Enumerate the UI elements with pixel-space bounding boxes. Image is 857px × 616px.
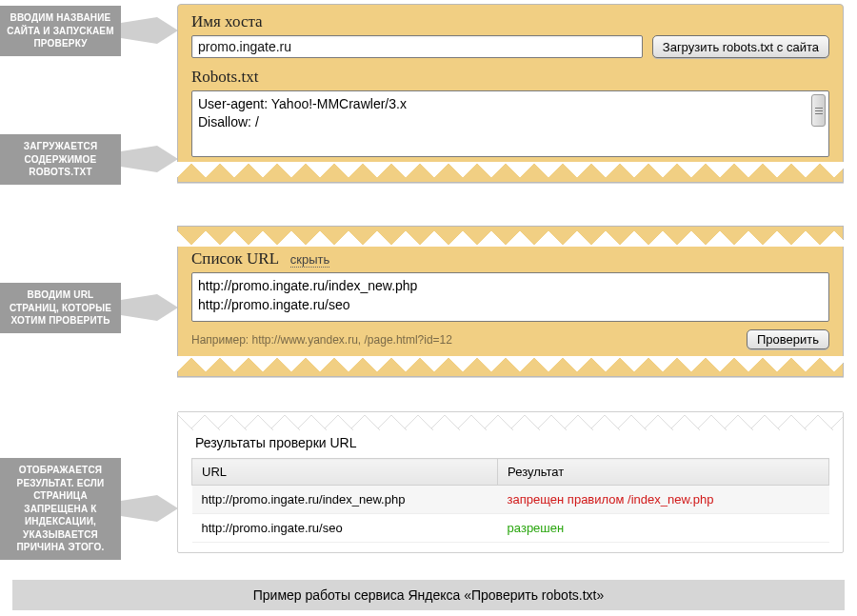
callout-host: ВВОДИМ НАЗВАНИЕ САЙТА И ЗАПУСКАЕМ ПРОВЕР…: [0, 6, 121, 56]
pointer-icon: [121, 495, 178, 522]
url-list-label: Список URL скрыть: [191, 249, 829, 268]
result-status: запрещен правилом /index_new.php: [498, 486, 829, 514]
pointer-icon: [121, 294, 178, 321]
result-url: http://promo.ingate.ru/index_new.php: [192, 486, 498, 514]
pointer-icon: [121, 17, 178, 44]
table-row: http://promo.ingate.ru/index_new.php зап…: [192, 486, 829, 514]
result-url: http://promo.ingate.ru/seo: [192, 514, 498, 543]
torn-edge: [178, 355, 843, 376]
host-label: Имя хоста: [191, 12, 829, 31]
svg-marker-0: [121, 17, 178, 44]
svg-marker-1: [121, 146, 178, 172]
callout-robots: ЗАГРУЖАЕТСЯ СОДЕРЖИМОЕ ROBOTS.TXT: [0, 134, 121, 185]
panel-url-list: Список URL скрыть http://promo.ingate.ru…: [177, 226, 844, 377]
figure-caption: Пример работы сервиса Яндекса «Проверить…: [12, 580, 845, 610]
callout-urls: ВВОДИМ URL СТРАНИЦ, КОТОРЫЕ ХОТИМ ПРОВЕР…: [0, 283, 121, 333]
results-col-url: URL: [192, 459, 498, 486]
table-row: http://promo.ingate.ru/seo разрешен: [192, 514, 829, 543]
robots-textarea[interactable]: User-agent: Yahoo!-MMCrawler/3.x Disallo…: [191, 90, 829, 157]
pointer-icon: [121, 146, 178, 172]
callout-results: ОТОБРАЖАЕТСЯ РЕЗУЛЬТАТ. ЕСЛИ СТРАНИЦА ЗА…: [0, 458, 121, 560]
torn-edge: [178, 412, 843, 431]
results-title: Результаты проверки URL: [178, 431, 843, 458]
torn-edge: [178, 161, 843, 182]
url-example-text: Например: http://www.yandex.ru, /page.ht…: [191, 333, 452, 347]
host-input[interactable]: [191, 35, 643, 58]
svg-marker-3: [121, 495, 178, 522]
callout-text: ВВОДИМ URL СТРАНИЦ, КОТОРЫЕ ХОТИМ ПРОВЕР…: [10, 289, 111, 326]
torn-edge: [178, 227, 843, 248]
url-line: http://promo.ingate.ru/index_new.php: [198, 277, 823, 296]
hide-link[interactable]: скрыть: [290, 252, 330, 268]
robots-line: User-agent: Yahoo!-MMCrawler/3.x: [198, 95, 823, 113]
result-status: разрешен: [498, 514, 829, 543]
results-col-result: Результат: [498, 459, 829, 486]
results-table: URL Результат http://promo.ingate.ru/ind…: [191, 458, 829, 543]
panel-host-robots: Имя хоста Загрузить robots.txt с сайта R…: [177, 4, 844, 183]
callout-text: ВВОДИМ НАЗВАНИЕ САЙТА И ЗАПУСКАЕМ ПРОВЕР…: [7, 12, 114, 49]
load-robots-button[interactable]: Загрузить robots.txt с сайта: [652, 35, 829, 58]
url-list-label-text: Список URL: [191, 249, 278, 268]
callout-text: ЗАГРУЖАЕТСЯ СОДЕРЖИМОЕ ROBOTS.TXT: [24, 141, 98, 177]
robots-label: Robots.txt: [191, 68, 829, 87]
scrollbar-handle[interactable]: [811, 94, 826, 127]
callout-text: ОТОБРАЖАЕТСЯ РЕЗУЛЬТАТ. ЕСЛИ СТРАНИЦА ЗА…: [16, 465, 104, 552]
url-line: http://promo.ingate.ru/seo: [198, 296, 823, 315]
check-button[interactable]: Проверить: [747, 329, 829, 349]
url-textarea[interactable]: http://promo.ingate.ru/index_new.php htt…: [191, 272, 829, 322]
svg-marker-2: [121, 294, 178, 321]
robots-line: Disallow: /: [198, 113, 823, 131]
panel-results: Результаты проверки URL URL Результат ht…: [177, 411, 844, 553]
